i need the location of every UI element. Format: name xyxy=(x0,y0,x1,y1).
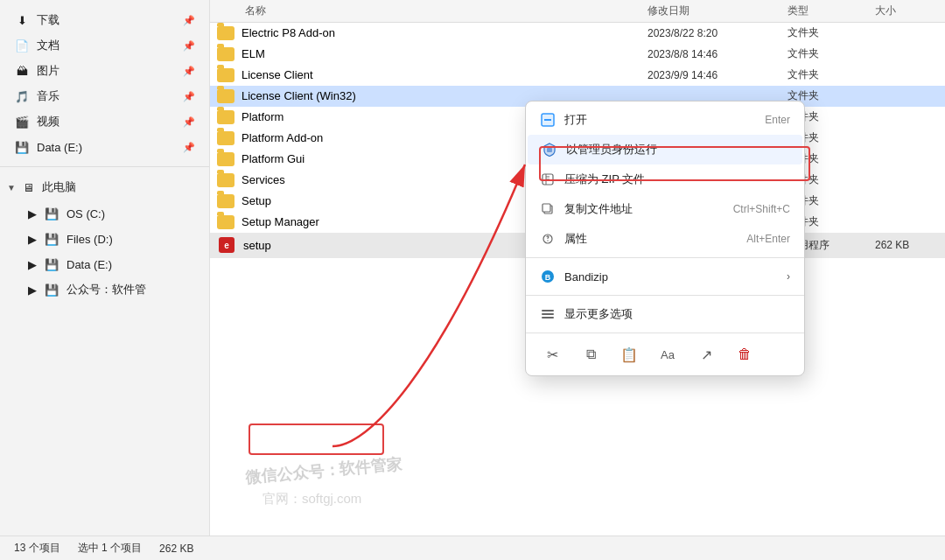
table-row[interactable]: License Client 2023/9/9 14:46 文件夹 xyxy=(210,65,945,86)
shield-icon xyxy=(542,142,557,158)
doc-icon: 📄 xyxy=(14,38,30,53)
drive-d-label: Files (D:) xyxy=(66,233,113,246)
copy-bottom-icon[interactable]: ⧉ xyxy=(578,342,603,367)
folder-icon xyxy=(217,173,234,187)
file-name: License Client (Win32) xyxy=(242,89,356,102)
sidebar-item-c[interactable]: ▶ 💾 OS (C:) xyxy=(4,201,206,226)
sidebar-item-label: 文档 xyxy=(37,38,60,53)
video-icon: 🎬 xyxy=(14,114,30,130)
sidebar-item-download[interactable]: ⬇ 下载 📌 xyxy=(4,8,206,32)
context-menu-zip[interactable]: 压缩为 ZIP 文件 xyxy=(526,164,804,194)
context-menu-more[interactable]: 显示更多选项 xyxy=(526,299,804,329)
ctx-properties-shortcut: Alt+Enter xyxy=(746,233,790,245)
this-pc-label: 此电脑 xyxy=(42,179,76,195)
file-date: 2023/8/22 8:20 xyxy=(648,27,788,39)
bandizip-icon: B xyxy=(540,269,556,284)
svg-rect-15 xyxy=(542,310,554,312)
table-row[interactable]: Electric P8 Add-on 2023/8/22 8:20 文件夹 xyxy=(210,23,945,44)
folder-icon xyxy=(217,194,234,208)
context-menu-properties[interactable]: 属性 Alt+Enter xyxy=(526,224,804,254)
col-header-name: 名称 xyxy=(210,4,648,18)
status-total: 13 个项目 xyxy=(14,541,60,556)
folder-icon xyxy=(217,26,234,40)
chevron-right-icon: › xyxy=(787,270,790,283)
pin-icon: 📌 xyxy=(183,66,195,77)
sidebar-item-label: 视频 xyxy=(37,114,60,130)
file-name: ELM xyxy=(242,47,265,60)
music-icon: 🎵 xyxy=(14,88,30,104)
status-size: 262 KB xyxy=(159,542,193,555)
drive-pub-icon: 💾 xyxy=(44,282,60,298)
context-menu-open[interactable]: 打开 Enter xyxy=(526,105,804,135)
folder-icon xyxy=(217,131,234,145)
chevron-right-icon: ▶ xyxy=(28,284,37,297)
sidebar-item-music[interactable]: 🎵 音乐 📌 xyxy=(4,84,206,108)
context-menu-bandizip[interactable]: B Bandizip › xyxy=(526,262,804,291)
open-icon xyxy=(540,112,556,128)
file-name: Platform Gui xyxy=(242,152,304,165)
pin-icon: 📌 xyxy=(183,40,195,52)
ctx-zip-label: 压缩为 ZIP 文件 xyxy=(564,172,790,187)
chevron-right-icon: ▶ xyxy=(28,207,37,220)
copy-icon xyxy=(540,201,556,217)
sidebar-item-data-e[interactable]: 💾 Data (E:) 📌 xyxy=(4,135,206,159)
rename-icon[interactable]: Aa xyxy=(655,342,680,367)
more-icon xyxy=(540,306,556,322)
svg-rect-5 xyxy=(547,148,552,152)
status-bar: 13 个项目 选中 1 个项目 262 KB xyxy=(0,536,945,560)
ctx-open-label: 打开 xyxy=(564,112,756,128)
chevron-right-icon: ▶ xyxy=(28,258,37,271)
drive-c-label: OS (C:) xyxy=(66,207,105,220)
pin-icon: 📌 xyxy=(183,142,195,153)
pin-icon: 📌 xyxy=(183,91,195,102)
folder-icon xyxy=(217,89,234,103)
ctx-more-label: 显示更多选项 xyxy=(564,306,790,322)
svg-rect-10 xyxy=(542,204,550,212)
ctx-copypath-label: 复制文件地址 xyxy=(564,201,724,217)
ctx-copypath-shortcut: Ctrl+Shift+C xyxy=(733,203,790,215)
sidebar-item-e2[interactable]: ▶ 💾 Data (E:) xyxy=(4,252,206,276)
cut-icon[interactable]: ✂ xyxy=(540,342,564,367)
file-list-header: 名称 修改日期 类型 大小 xyxy=(210,0,945,23)
folder-icon xyxy=(217,110,234,124)
drive-pub-label: 公众号：软件管 xyxy=(66,282,146,298)
drive-icon: 💾 xyxy=(14,139,30,155)
svg-text:B: B xyxy=(545,273,551,282)
sidebar-item-d[interactable]: ▶ 💾 Files (D:) xyxy=(4,227,206,251)
context-menu-copypath[interactable]: 复制文件地址 Ctrl+Shift+C xyxy=(526,194,804,224)
svg-rect-4 xyxy=(544,119,551,121)
sidebar-item-label: 下载 xyxy=(37,12,60,28)
download-icon: ⬇ xyxy=(14,12,30,28)
file-name: License Client xyxy=(242,68,313,81)
folder-icon xyxy=(217,215,234,229)
sidebar-item-label: 图片 xyxy=(37,63,60,79)
file-name: Electric P8 Add-on xyxy=(242,26,335,39)
file-date: 2023/9/9 14:46 xyxy=(648,69,788,81)
sidebar-this-pc[interactable]: ▼ 🖥 此电脑 xyxy=(0,174,209,200)
table-row[interactable]: ELM 2023/8/8 14:46 文件夹 xyxy=(210,44,945,65)
property-icon xyxy=(540,231,556,247)
ctx-runas-label: 以管理员身份运行 xyxy=(566,142,788,158)
sidebar-item-docs[interactable]: 📄 文档 📌 xyxy=(4,33,206,58)
file-name: Platform xyxy=(242,110,284,123)
sidebar: ⬇ 下载 📌 📄 文档 📌 🏔 图片 📌 🎵 音乐 📌 🎬 视频 xyxy=(0,0,210,536)
sidebar-item-label: Data (E:) xyxy=(37,141,82,154)
paste-icon[interactable]: 📋 xyxy=(617,342,641,367)
sidebar-item-video[interactable]: 🎬 视频 📌 xyxy=(4,109,206,134)
delete-icon[interactable]: 🗑 xyxy=(732,342,757,367)
sidebar-item-images[interactable]: 🏔 图片 📌 xyxy=(4,59,206,83)
col-header-date: 修改日期 xyxy=(648,4,788,18)
exe-icon: e xyxy=(217,235,236,255)
context-menu-bottom-icons: ✂ ⧉ 📋 Aa ↗ 🗑 xyxy=(526,337,804,372)
file-type: 文件夹 xyxy=(788,67,875,82)
svg-rect-16 xyxy=(542,313,554,315)
computer-icon: 🖥 xyxy=(21,179,37,195)
image-icon: 🏔 xyxy=(14,63,30,79)
pin-icon: 📌 xyxy=(183,15,195,26)
context-menu-divider3 xyxy=(526,332,804,333)
share-icon[interactable]: ↗ xyxy=(694,342,718,367)
context-menu-runas[interactable]: 以管理员身份运行 xyxy=(528,135,802,164)
sidebar-item-public[interactable]: ▶ 💾 公众号：软件管 xyxy=(4,277,206,302)
chevron-down-icon: ▼ xyxy=(7,183,16,192)
chevron-right-icon: ▶ xyxy=(28,233,37,246)
